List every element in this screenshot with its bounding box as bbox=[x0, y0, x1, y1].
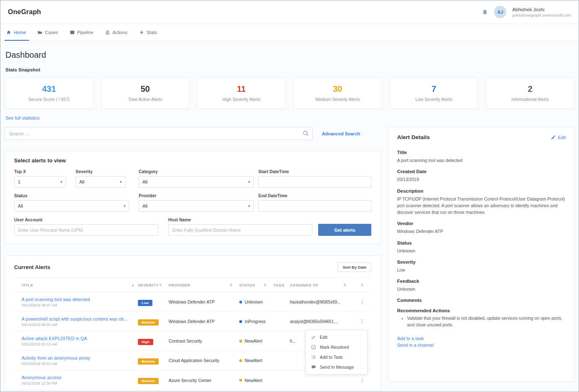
nav-label: Stats bbox=[147, 30, 157, 35]
column-header-provider[interactable]: PROVIDER ⇅ bbox=[169, 283, 239, 287]
send-in-channel-link[interactable]: Send in a channel bbox=[397, 343, 566, 348]
detail-label-feedback: Feedback bbox=[397, 279, 566, 284]
status-text: NewAlert bbox=[245, 378, 263, 383]
status-cell: NewAlert bbox=[239, 358, 273, 363]
provider-select[interactable]: All ▾ bbox=[139, 200, 254, 212]
column-header-status[interactable]: STATUS ⇅ bbox=[239, 283, 273, 287]
column-header-title[interactable]: TITLE ▲ bbox=[14, 283, 138, 287]
stat-value: 50 bbox=[140, 84, 150, 94]
field-severity: Severity All ▾ bbox=[76, 169, 125, 188]
top-x-select[interactable]: 1 ▾ bbox=[14, 176, 66, 188]
category-select[interactable]: All ▾ bbox=[139, 176, 254, 188]
end-datetime-input[interactable] bbox=[259, 201, 371, 211]
menu-item-label: Mark Resolved bbox=[320, 345, 349, 350]
alert-title-link[interactable]: A port scanning tool was detected bbox=[22, 297, 135, 302]
sort-asc-icon: ▲ bbox=[131, 284, 135, 287]
detail-value-feedback: Unknown bbox=[397, 286, 566, 292]
status-text: NewAlert bbox=[245, 338, 263, 343]
severity-cell: Medium bbox=[138, 376, 169, 384]
detail-value-title: A port scanning tool was detected bbox=[397, 157, 566, 164]
field-label: Top X bbox=[14, 169, 66, 174]
nav-item-cases[interactable]: Cases bbox=[37, 24, 58, 41]
column-label: STATUS bbox=[239, 283, 255, 287]
menu-item-add-to-task[interactable]: Add to Task bbox=[306, 352, 367, 362]
edit-pencil-icon bbox=[551, 135, 556, 140]
alert-title-link[interactable]: Active attack EXPLOITED in QA bbox=[22, 336, 135, 341]
status-select[interactable]: All ▾ bbox=[14, 200, 129, 212]
alert-title-link[interactable]: Anonymous access bbox=[22, 375, 135, 380]
sort-icon: ⇅ bbox=[361, 283, 363, 287]
edit-link-label: Edit bbox=[558, 135, 566, 140]
severity-select[interactable]: All ▾ bbox=[76, 176, 125, 188]
stats-row: 431 Secure Score ( / 657) 50 Total Activ… bbox=[5, 77, 574, 109]
advanced-search-link[interactable]: Advanced Search bbox=[322, 131, 360, 136]
user-name: Abhishek Joshi bbox=[512, 7, 571, 12]
field-provider: Provider All ▾ bbox=[139, 193, 254, 212]
user-account-input[interactable] bbox=[15, 225, 158, 235]
add-to-task-link[interactable]: Add to a task bbox=[397, 336, 566, 341]
status-text: NewAlert bbox=[245, 358, 263, 363]
nav-item-pipeline[interactable]: Pipeline bbox=[70, 24, 93, 41]
alert-title-cell: A port scanning tool was detected 03/13/… bbox=[14, 294, 138, 310]
chevron-down-icon: ▾ bbox=[123, 204, 125, 208]
get-alerts-button[interactable]: Get alerts bbox=[318, 224, 371, 236]
nav-item-home[interactable]: Home bbox=[6, 24, 26, 41]
severity-cell: Medium bbox=[138, 318, 169, 326]
mid-grid: Advanced Search Select alerts to view To… bbox=[5, 127, 574, 390]
row-context-menu: Edit Mark Resolved Add to Task Send bbox=[305, 330, 368, 375]
search-box bbox=[5, 127, 313, 140]
stat-label: Total Active Alerts bbox=[128, 97, 162, 102]
severity-cell: High bbox=[138, 337, 169, 345]
user-info: Abhishek Joshi joshi@onegraph.onmicrosof… bbox=[512, 7, 571, 17]
filter-panel-title: Select alerts to view bbox=[14, 157, 371, 164]
stat-card-total-alerts: 50 Total Active Alerts bbox=[101, 77, 190, 109]
stat-card-medium-severity: 30 Medium Severity Alerts bbox=[293, 77, 382, 109]
field-label: End DateTime bbox=[258, 193, 371, 198]
main-nav: Home Cases Pipeline Actions Stats bbox=[0, 24, 579, 41]
search-input[interactable] bbox=[5, 127, 313, 140]
see-full-statistics-link[interactable]: See full statistics bbox=[5, 115, 39, 120]
detail-label-created-date: Created Date bbox=[397, 169, 566, 174]
sort-by-date-button[interactable]: Sort By Date bbox=[338, 262, 371, 272]
provider-cell: Cloud Application Security bbox=[169, 358, 239, 363]
nav-item-actions[interactable]: Actions bbox=[105, 24, 128, 41]
alert-details-edit-link[interactable]: Edit bbox=[551, 135, 566, 140]
detail-label-recommended-actions: Recommended Actions bbox=[397, 308, 566, 313]
alert-title-cell: Activity from an anonymous proxy 03/10/2… bbox=[14, 353, 138, 369]
alert-title-link[interactable]: A powershell script with suspicious cont… bbox=[22, 316, 135, 321]
severity-badge: Medium bbox=[138, 358, 159, 365]
alert-title-link[interactable]: Activity from an anonymous proxy bbox=[22, 355, 135, 360]
severity-cell: Low bbox=[138, 298, 169, 306]
table-icon bbox=[70, 30, 75, 35]
recommended-actions-list: Validate that your firewall is not disab… bbox=[397, 315, 566, 328]
host-name-input[interactable] bbox=[169, 225, 312, 235]
column-header-assigned-to[interactable]: ASSIGNED TO ⇅ bbox=[290, 283, 353, 287]
column-label: TITLE bbox=[22, 283, 33, 287]
menu-item-edit[interactable]: Edit bbox=[306, 332, 367, 342]
menu-item-mark-resolved[interactable]: Mark Resolved bbox=[306, 342, 367, 352]
row-actions-kebab-icon[interactable]: ⋮ bbox=[353, 377, 371, 383]
notifications-bell-icon[interactable] bbox=[482, 9, 488, 15]
severity-badge: Medium bbox=[138, 378, 159, 384]
column-label: TAGS bbox=[273, 283, 285, 287]
nav-label: Home bbox=[14, 30, 26, 35]
stat-value: 11 bbox=[237, 84, 246, 94]
user-avatar[interactable]: AJ bbox=[494, 6, 506, 18]
stat-value: 431 bbox=[42, 84, 56, 94]
start-datetime-input[interactable] bbox=[259, 176, 371, 187]
field-user-account: User Account bbox=[14, 217, 158, 236]
detail-value-created-date: 03/13/2019 bbox=[397, 176, 566, 183]
detail-value-vendor: Windows Defender ATP bbox=[397, 228, 566, 235]
column-header-actions[interactable]: ⇅ bbox=[353, 283, 371, 287]
status-cell: NewAlert bbox=[239, 378, 273, 383]
status-dot bbox=[239, 340, 242, 343]
row-actions-kebab-icon[interactable]: ⋮ bbox=[353, 299, 371, 305]
detail-label-description: Description bbox=[397, 189, 566, 194]
column-header-severity[interactable]: SEVERITY ⇅ bbox=[138, 283, 169, 287]
menu-item-send-in-message[interactable]: Send In Message bbox=[306, 362, 367, 372]
sort-icon: ⇅ bbox=[343, 283, 346, 287]
status-dot bbox=[239, 359, 242, 362]
nav-item-stats[interactable]: Stats bbox=[139, 24, 157, 41]
row-actions-kebab-icon[interactable]: ⋮ bbox=[353, 318, 371, 324]
column-header-tags[interactable]: TAGS bbox=[273, 283, 290, 287]
